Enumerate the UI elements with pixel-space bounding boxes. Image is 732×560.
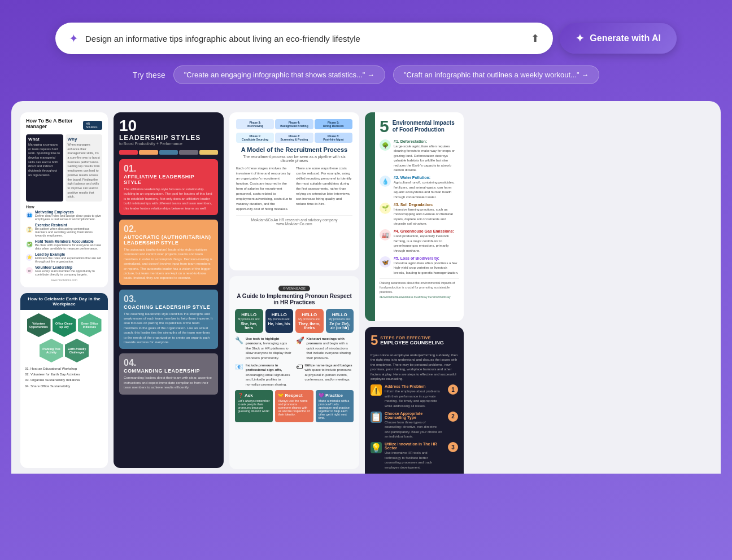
card-recruitment[interactable]: Phase 3:Interviewing Phase 4:Background … — [229, 112, 359, 270]
pronoun-footer-practice: 💜 Practice Made a mistake with a pronoun… — [316, 390, 354, 422]
recruitment-phases: Phase 3:Interviewing Phase 4:Background … — [236, 119, 352, 129]
manager-item-5-desc: Give every team member the opportunity t… — [35, 269, 102, 276]
search-input-text[interactable]: Design an informative tips infographic a… — [85, 34, 524, 43]
style-3-num: 03. — [124, 294, 213, 304]
pronoun-card-1: HELLO My pronouns are: She, her, hers — [235, 309, 263, 333]
env-item-4-content: #4. Greenhouse Gas Emissions: Food produ… — [394, 229, 459, 253]
earthday-step-4: 04. Share Office Sustainability — [25, 383, 103, 389]
pronoun-header: © VENNGAGE A Guide to Implementing Prono… — [235, 282, 354, 305]
earthday-step-1: 01. Host an Educational Workshop — [25, 366, 103, 371]
card-leadership[interactable]: 10 LEADERSHIP STYLES to Boost Productivi… — [114, 112, 224, 468]
gallery-section: How To Be A Better Manager HR Solutions … — [11, 101, 721, 474]
practice-desc: Made a mistake with a pronoun? Let's apo… — [319, 399, 351, 419]
step-3-num: 3 — [448, 442, 458, 452]
recruitment-phases-row2: Phase 1:Candidate Sourcing Phase 2:Scree… — [236, 133, 352, 143]
env-item-1-content: #1. Deforestation: Large-scale agricultu… — [394, 139, 459, 172]
env-item-4: 🏭 #4. Greenhouse Gas Emissions: Food pro… — [380, 229, 459, 253]
pronoun-tip-3-icon: 📧 — [235, 363, 243, 371]
style-2-desc: The autocratic (authoritarian) leadershi… — [124, 247, 213, 281]
manager-item-4: ⭐ Lead by Example Embrace the rules and … — [26, 252, 102, 263]
try-chip-2[interactable]: "Craft an infographic that outlines a we… — [393, 65, 599, 84]
manager-item-2-desc: Be patient when discussing contentious m… — [35, 227, 102, 237]
card-pronoun[interactable]: © VENNGAGE A Guide to Implementing Prono… — [229, 276, 359, 469]
earthday-step-3: 03. Organize Sustainability Initiatives — [25, 377, 103, 383]
manager-item-3-icon: ✅ — [26, 241, 33, 248]
card-manager[interactable]: How To Be A Better Manager HR Solutions … — [20, 112, 108, 287]
leadership-header: 10 LEADERSHIP STYLES to Boost Productivi… — [119, 118, 218, 146]
manager-item-3: ✅ Hold Team Members Accountable Be clear… — [26, 239, 102, 250]
hex-1: Volunteer Opportunities — [27, 313, 51, 337]
env-number: 5 — [380, 118, 389, 135]
practice-label: 💜 Practice — [319, 393, 351, 398]
search-bar[interactable]: ✦ Design an informative tips infographic… — [55, 23, 553, 54]
env-item-5-title: #5. Loss of Biodiversity: — [394, 256, 459, 260]
pronoun-card-1-name: She, her, hers — [237, 322, 261, 330]
card-counseling[interactable]: 5 STEPS FOR EFFECTIVE EMPLOYEE COUNSELIN… — [365, 327, 464, 474]
leadership-style-4: 04. COMMANDING LEADERSHIP Commanding lea… — [119, 353, 218, 394]
ask-label: ❓ Ask — [238, 393, 270, 398]
manager-item-1-label: Motivating Employees — [35, 210, 102, 214]
manager-how-label: How — [26, 205, 102, 209]
env-item-3-content: #3. Soil Degradation: Intensive farming … — [394, 203, 459, 226]
pronoun-footer-ask: ❓ Ask Let's always remember to ask peopl… — [235, 390, 273, 422]
manager-why-text: When managers enhance their management s… — [68, 143, 101, 199]
upload-icon[interactable]: ⬆ — [531, 32, 539, 45]
step-1-icon: ⚠️ — [371, 384, 382, 396]
style-4-num: 04. — [124, 358, 213, 368]
pronoun-tip-2: 🚀 Kickstart meetings with pronouns and b… — [296, 336, 354, 360]
pronoun-card-4-label: My pronouns are: — [328, 317, 352, 321]
pronoun-tip-4-icon: 🏷 — [296, 363, 303, 371]
phase-4: Phase 1:Candidate Sourcing — [236, 133, 274, 143]
respect-label: 🤝 Respect — [278, 393, 310, 398]
step-2-text: Choose from three types of counseling: d… — [385, 420, 443, 439]
env-item-3-title: #3. Soil Degradation: — [394, 203, 459, 207]
manager-item-4-icon: ⭐ — [26, 254, 33, 261]
pronoun-tip-1: 🔧 Use tech to highlight pronouns, levera… — [235, 336, 293, 360]
pronoun-card-2-hello: HELLO — [268, 312, 291, 317]
style-3-desc: The coaching leadership style identifies… — [124, 312, 213, 345]
pronoun-cards-grid: HELLO My pronouns are: She, her, hers HE… — [235, 309, 354, 333]
leadership-sub: to Boost Productivity + Performance — [119, 142, 218, 146]
manager-item-2: ⏳ Exercise Restraint Be patient when dis… — [26, 223, 102, 237]
pronoun-tip-3: 📧 Include pronouns in professional sign-… — [235, 363, 293, 387]
env-sidebar — [365, 112, 375, 321]
phase-5: Phase 2:Screening & Posting — [275, 133, 313, 143]
leadership-title: LEADERSHIP STYLES — [119, 134, 218, 142]
counseling-title: EMPLOYEE COUNSELING — [380, 340, 444, 345]
generate-label: Generate with AI — [590, 33, 661, 43]
leadership-style-1: 01. AFFILIATIVE LEADERSHIP STYLE The aff… — [119, 159, 218, 215]
pronoun-tip-4: 🏷 Utilize name tags and badges with spac… — [296, 363, 354, 387]
sparkle-icon: ✦ — [69, 32, 79, 45]
gallery-col-4: 5 Environmental Impacts of Food Producti… — [365, 112, 464, 468]
phase-2: Phase 4:Background Briefing — [275, 119, 313, 129]
venngage-badge: © VENNGAGE — [278, 286, 310, 291]
hex-5-label: Earth-friendly Challenges — [67, 347, 86, 354]
env-item-2-text: Agricultural runoff, containing pesticid… — [394, 180, 459, 199]
env-item-4-icon: 🏭 — [380, 229, 391, 240]
hex-3-label: Green Office Initiatives — [80, 322, 99, 329]
pronoun-tip-4-text: Utilize name tags and badges with space … — [305, 363, 354, 382]
pronoun-tip-3-text: Include pronouns in professional sign-of… — [246, 363, 293, 387]
pronoun-card-4-name: Ze (or Zie), zir (or hir) — [328, 322, 352, 330]
gallery-col-2: 10 LEADERSHIP STYLES to Boost Productivi… — [114, 112, 224, 468]
env-item-3: 🌱 #3. Soil Degradation: Intensive farmin… — [380, 203, 459, 226]
counseling-step-1: ⚠️ Address The Problem Inform the employ… — [371, 384, 458, 408]
gallery-col-1: How To Be A Better Manager HR Solutions … — [20, 112, 108, 468]
pronoun-card-2: HELLO My pronouns are: He, him, his — [265, 309, 294, 333]
recruitment-subtitle: The recruitment process can be seen as a… — [236, 155, 352, 163]
step-1-text: Inform the employee about problems with … — [385, 389, 443, 408]
generate-button[interactable]: ✦ Generate with AI — [560, 23, 677, 54]
step-1-num: 1 — [448, 384, 458, 395]
recruitment-title: A Model of the Recruitment Process — [236, 146, 352, 153]
try-chip-1[interactable]: "Create an engaging infographic that sho… — [173, 65, 385, 84]
earthday-steps: 01. Host an Educational Workshop 02. Vol… — [25, 366, 103, 389]
card-environment[interactable]: 5 Environmental Impacts of Food Producti… — [365, 112, 464, 321]
env-item-5-content: #5. Loss of Biodiversity: Industrial agr… — [394, 256, 459, 275]
env-item-5: 🦋 #5. Loss of Biodiversity: Industrial a… — [380, 256, 459, 275]
hex-3: Green Office Initiatives — [78, 313, 102, 337]
env-content: 5 Environmental Impacts of Food Producti… — [375, 112, 464, 321]
env-item-4-text: Food production, especially livestock fa… — [394, 234, 459, 253]
env-hashtags: #EnvironmentalAwareness #EarthDay #Envir… — [380, 295, 459, 299]
pronoun-tip-1-text: Use tech to highlight pronouns, leveragi… — [246, 336, 293, 360]
card-earthday[interactable]: How to Celebrate Earth Day in the Workpl… — [20, 293, 108, 468]
